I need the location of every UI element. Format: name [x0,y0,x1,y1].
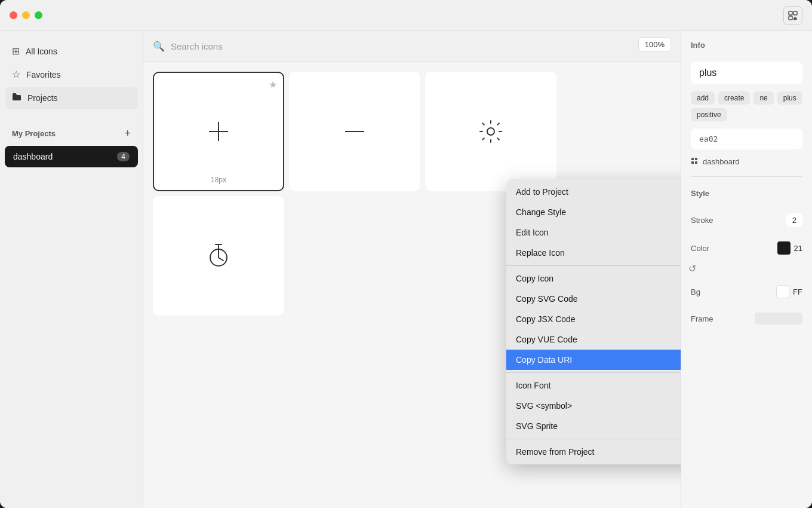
project-ref-label: dashboard [703,157,739,166]
tag-plus: plus [777,91,802,105]
menu-item-svg-sprite[interactable]: SVG Sprite › [506,416,681,436]
menu-item-svg-sprite-label: SVG Sprite [516,421,558,431]
menu-item-replace-icon-label: Replace Icon [516,248,565,258]
my-projects-label: My Projects [12,129,56,138]
style-title: Style [691,189,802,198]
menu-item-svg-symbol[interactable]: SVG <symbol> › [506,396,681,416]
icon-cell-plus[interactable]: ★ 18px [153,72,284,191]
bg-label: Bg [691,287,700,296]
menu-item-icon-font-label: Icon Font [516,381,550,390]
tag-ne: ne [753,91,773,105]
context-menu: Add to Project › Change Style › Edit Ico… [506,179,681,464]
project-badge-dashboard: 4 [117,152,130,161]
icon-cell-minus[interactable] [289,72,420,191]
app-window: ⊞ All Icons ☆ Favorites Projects My Proj… [0,0,812,508]
color-row: Color 21 [691,238,802,258]
stroke-value: 2 [786,213,802,227]
zoom-indicator: 100% [638,37,671,52]
stroke-row: Stroke 2 [691,210,802,231]
content-area: 🔍 100% ★ 18px [143,31,681,508]
info-title: Info [691,41,802,50]
title-bar [0,0,812,31]
refresh-icon[interactable]: ↺ [688,263,696,274]
menu-item-copy-jsx[interactable]: Copy JSX Code ⇧ ⌘ J [506,309,681,329]
menu-item-copy-data-uri[interactable]: Copy Data URI ⇧ ⌘ U [506,350,681,370]
sidebar-item-projects-label: Projects [27,93,58,103]
menu-item-copy-vue[interactable]: Copy VUE Code ⇧ ⌘ V [506,329,681,350]
menu-item-change-style-label: Change Style [516,207,566,217]
menu-item-replace-icon[interactable]: Replace Icon [506,243,681,263]
star-icon: ☆ [12,69,20,80]
sidebar-item-projects[interactable]: Projects [5,87,138,109]
project-ref-icon [691,157,699,167]
menu-item-copy-vue-label: Copy VUE Code [516,335,577,344]
minus-icon [340,117,369,146]
menu-item-copy-icon[interactable]: Copy Icon ⌘ C [506,268,681,289]
refresh-row: ↺ [688,263,802,274]
svg-rect-0 [789,11,792,15]
panel-divider [691,176,802,177]
svg-rect-13 [695,161,697,164]
svg-rect-1 [793,11,797,15]
star-favorite-icon[interactable]: ★ [269,79,277,90]
svg-rect-12 [691,161,694,164]
menu-item-change-style[interactable]: Change Style › [506,202,681,222]
menu-item-edit-icon[interactable]: Edit Icon [506,222,681,243]
icon-cell-plus-label: 18px [211,176,226,184]
color-label: Color [691,244,709,253]
frame-row: Frame [691,309,802,328]
color-value: 21 [794,244,802,253]
grid-icon: ⊞ [12,45,20,57]
bg-value: FF [793,287,802,296]
folder-icon [12,92,21,104]
frame-label: Frame [691,314,713,323]
icon-code-display: ea02 [691,128,802,149]
menu-item-copy-icon-label: Copy Icon [516,274,553,283]
menu-item-remove-from-project[interactable]: Remove from Project [506,442,681,462]
menu-item-copy-data-uri-label: Copy Data URI [516,355,572,365]
search-bar: 🔍 100% [143,31,681,62]
project-item-dashboard[interactable]: dashboard 4 [5,146,138,167]
sidebar: ⊞ All Icons ☆ Favorites Projects My Proj… [0,31,143,508]
stroke-label: Stroke [691,216,713,225]
tag-add: add [691,91,715,105]
frame-swatch [755,313,802,325]
svg-rect-2 [789,16,792,20]
menu-separator-3 [506,439,681,439]
bg-swatch [776,285,789,298]
search-icon: 🔍 [153,41,165,52]
menu-item-icon-font[interactable]: Icon Font › [506,375,681,396]
tag-create: create [718,91,750,105]
menu-item-copy-svg[interactable]: Copy SVG Code ⇧ ⌘ T [506,289,681,309]
add-icon-button[interactable] [783,6,802,25]
menu-item-add-to-project[interactable]: Add to Project › [506,182,681,202]
close-button[interactable] [10,11,17,19]
timer-icon [204,241,233,270]
menu-item-add-to-project-label: Add to Project [516,187,568,197]
bg-swatch-row: FF [776,285,802,298]
search-input[interactable] [171,41,671,51]
minimize-button[interactable] [22,11,30,19]
sidebar-item-favorites[interactable]: ☆ Favorites [5,64,138,85]
color-swatch [777,241,791,255]
add-project-button[interactable]: + [124,128,131,139]
plus-icon [204,117,233,146]
maximize-button[interactable] [35,11,42,19]
sidebar-divider [5,111,138,121]
color-swatch-row: 21 [777,241,802,255]
menu-item-edit-icon-label: Edit Icon [516,228,548,237]
main-layout: ⊞ All Icons ☆ Favorites Projects My Proj… [0,31,812,508]
menu-item-copy-svg-label: Copy SVG Code [516,294,578,304]
right-panel: Info plus add create ne plus positive ea… [681,31,812,508]
sidebar-item-all-icons-label: All Icons [26,47,57,56]
sidebar-item-all-icons[interactable]: ⊞ All Icons [5,41,138,62]
svg-point-8 [487,128,494,135]
sidebar-item-favorites-label: Favorites [26,70,61,79]
project-item-dashboard-label: dashboard [13,152,53,161]
icon-cell-gear[interactable] [425,72,556,191]
project-ref-row: dashboard [691,157,802,167]
my-projects-header: My Projects + [5,123,138,143]
icon-name-display: plus [691,62,802,84]
svg-rect-11 [695,158,697,160]
icon-cell-timer[interactable] [153,196,284,316]
